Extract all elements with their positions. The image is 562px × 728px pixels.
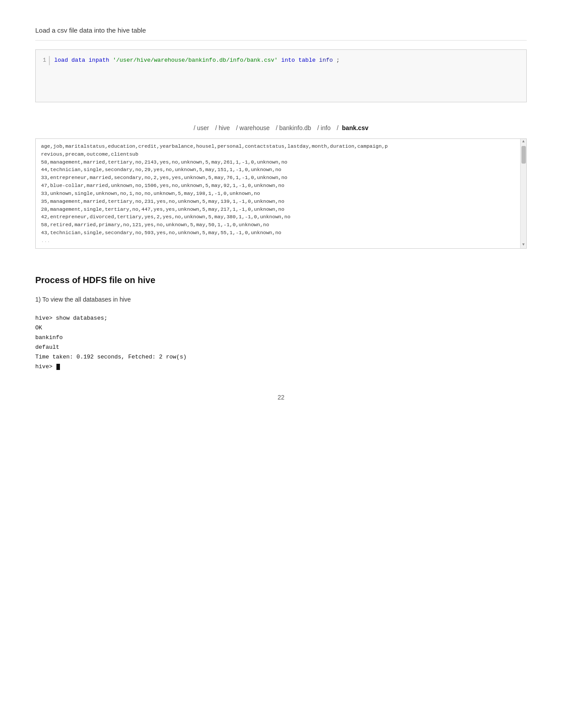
terminal-line-3: bankinfo: [35, 333, 527, 343]
bc-hive: / hive: [215, 124, 230, 131]
code-path-string: '/user/hive/warehouse/bankinfo.db/info/b…: [113, 57, 278, 63]
bc-slash: /: [337, 124, 339, 131]
csv-data-row-4: 47,blue-collar,married,unknown,no,1506,y…: [41, 182, 521, 190]
terminal-cursor: [56, 364, 60, 370]
line-number: 1: [43, 56, 50, 65]
scrollbar[interactable]: ▲ ▼: [520, 139, 526, 248]
csv-data-row-7: 28,management,single,tertiary,no,447,yes…: [41, 205, 521, 213]
step1-label: 1) To view the all databases in hive: [35, 296, 527, 303]
csv-data-row-9: 58,retired,married,primary,no,121,yes,no…: [41, 221, 521, 229]
terminal-line-4: default: [35, 343, 527, 352]
code-semicolon: ;: [336, 57, 340, 63]
csv-data-row-6: 35,management,married,tertiary,no,231,ye…: [41, 198, 521, 205]
breadcrumb: / user / hive / warehouse / bankinfo.db …: [35, 120, 527, 134]
bc-bankinfo: / bankinfo.db: [276, 124, 311, 131]
bc-sep3: [272, 124, 274, 131]
page-number: 22: [35, 394, 527, 401]
csv-header-line: age,job,maritalstatus,education,credit,y…: [41, 142, 521, 150]
bc-sep2: [232, 124, 234, 131]
scroll-up-arrow[interactable]: ▲: [521, 140, 526, 144]
load-command-block: 1 load data inpath '/user/hive/warehouse…: [35, 49, 527, 102]
keyword-inpath: inpath: [89, 57, 109, 63]
code-content: load data inpath '/user/hive/warehouse/b…: [54, 56, 340, 65]
scroll-down-arrow[interactable]: ▼: [521, 243, 526, 247]
csv-data-row-ellipsis: ...: [41, 237, 521, 245]
csv-data-row-1: 58,management,married,tertiary,no,2143,y…: [41, 158, 521, 166]
section1-title: Load a csv file data into the hive table: [35, 26, 527, 34]
csv-preview-block[interactable]: age,job,maritalstatus,education,credit,y…: [35, 138, 527, 249]
keyword-into: into: [281, 57, 295, 63]
section-divider: [35, 40, 527, 41]
keyword-load: load: [54, 57, 68, 63]
keyword-table: table: [298, 57, 316, 63]
keyword-data: data: [71, 57, 85, 63]
bc-sep4: [313, 124, 315, 131]
bc-info: / info: [317, 124, 331, 131]
bc-sep1: [211, 124, 213, 131]
scrollbar-thumb[interactable]: [521, 146, 526, 164]
csv-header-line2: revious,precam,outcome,clientsub: [41, 150, 521, 158]
terminal-line-1: hive> show databases;: [35, 314, 527, 323]
bc-bold: bank.csv: [340, 124, 368, 131]
code-table-name: info: [319, 57, 333, 63]
csv-data-row-5: 33,unknown,single,unknown,no,1,no,no,unk…: [41, 190, 521, 198]
code-line-1: 1 load data inpath '/user/hive/warehouse…: [43, 56, 519, 65]
csv-data-row-3: 33,entrepreneur,married,secondary,no,2,y…: [41, 174, 521, 182]
terminal-line-2: OK: [35, 323, 527, 333]
csv-data-row-10: 43,technician,single,secondary,no,593,ye…: [41, 229, 521, 237]
csv-data-row-2: 44,technician,single,secondary,no,29,yes…: [41, 166, 521, 174]
bc-sep5: [333, 124, 335, 131]
terminal-line-5: Time taken: 0.192 seconds, Fetched: 2 ro…: [35, 352, 527, 362]
terminal-line-6: hive>: [35, 362, 527, 372]
process-section-heading: Process of HDFS file on hive: [35, 275, 527, 285]
terminal-output: hive> show databases; OK bankinfo defaul…: [35, 309, 527, 377]
bc-warehouse: / warehouse: [236, 124, 270, 131]
csv-data-row-8: 42,entrepreneur,divorced,tertiary,yes,2,…: [41, 213, 521, 221]
bc-user: / user: [194, 124, 209, 131]
